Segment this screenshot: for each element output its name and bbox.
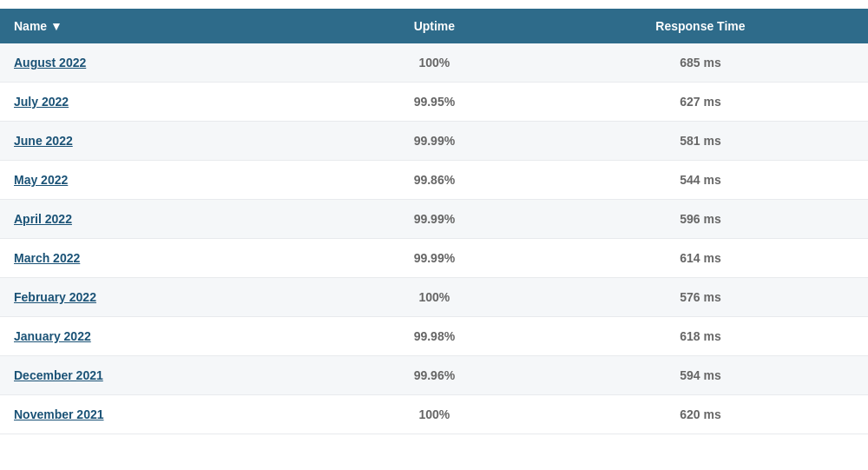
report-table-container: Name ▼ Uptime Response Time August 20221… [0, 0, 868, 443]
table-row: April 202299.99%596 ms [0, 200, 868, 239]
row-response-cell: 685 ms [533, 43, 868, 83]
row-response-cell: 614 ms [533, 239, 868, 278]
row-name-cell: May 2022 [0, 161, 336, 200]
table-row: January 202299.98%618 ms [0, 317, 868, 356]
row-name-link[interactable]: April 2022 [14, 212, 72, 226]
row-name-link[interactable]: December 2021 [14, 368, 103, 382]
table-row: May 202299.86%544 ms [0, 161, 868, 200]
table-row: December 202199.96%594 ms [0, 356, 868, 395]
row-uptime-cell: 99.99% [336, 200, 533, 239]
row-uptime-cell: 99.99% [336, 122, 533, 161]
row-name-link[interactable]: May 2022 [14, 173, 68, 187]
row-uptime-cell: 100% [336, 43, 533, 83]
row-name-cell: April 2022 [0, 200, 336, 239]
header-name[interactable]: Name ▼ [0, 9, 336, 43]
table-row: August 2022100%685 ms [0, 43, 868, 83]
row-response-cell: 618 ms [533, 317, 868, 356]
row-name-link[interactable]: August 2022 [14, 56, 86, 70]
header-uptime[interactable]: Uptime [336, 9, 533, 43]
row-name-link[interactable]: January 2022 [14, 329, 91, 343]
row-uptime-cell: 99.98% [336, 317, 533, 356]
row-name-link[interactable]: June 2022 [14, 134, 73, 148]
uptime-table: Name ▼ Uptime Response Time August 20221… [0, 9, 868, 434]
row-name-link[interactable]: July 2022 [14, 95, 69, 109]
row-name-cell: July 2022 [0, 83, 336, 122]
table-row: June 202299.99%581 ms [0, 122, 868, 161]
row-name-cell: December 2021 [0, 356, 336, 395]
table-row: February 2022100%576 ms [0, 278, 868, 317]
row-uptime-cell: 100% [336, 278, 533, 317]
row-uptime-cell: 100% [336, 395, 533, 434]
header-response-time[interactable]: Response Time [533, 9, 868, 43]
table-header-row: Name ▼ Uptime Response Time [0, 9, 868, 43]
row-response-cell: 594 ms [533, 356, 868, 395]
row-uptime-cell: 99.99% [336, 239, 533, 278]
row-response-cell: 596 ms [533, 200, 868, 239]
row-name-cell: June 2022 [0, 122, 336, 161]
row-name-cell: January 2022 [0, 317, 336, 356]
row-response-cell: 576 ms [533, 278, 868, 317]
row-name-link[interactable]: February 2022 [14, 290, 96, 304]
row-response-cell: 627 ms [533, 83, 868, 122]
row-name-link[interactable]: March 2022 [14, 251, 80, 265]
row-name-cell: March 2022 [0, 239, 336, 278]
row-name-link[interactable]: November 2021 [14, 407, 104, 421]
table-row: March 202299.99%614 ms [0, 239, 868, 278]
row-name-cell: August 2022 [0, 43, 336, 83]
table-row: July 202299.95%627 ms [0, 83, 868, 122]
row-uptime-cell: 99.96% [336, 356, 533, 395]
row-uptime-cell: 99.86% [336, 161, 533, 200]
row-name-cell: February 2022 [0, 278, 336, 317]
row-response-cell: 620 ms [533, 395, 868, 434]
row-response-cell: 544 ms [533, 161, 868, 200]
table-row: November 2021100%620 ms [0, 395, 868, 434]
row-name-cell: November 2021 [0, 395, 336, 434]
row-response-cell: 581 ms [533, 122, 868, 161]
row-uptime-cell: 99.95% [336, 83, 533, 122]
